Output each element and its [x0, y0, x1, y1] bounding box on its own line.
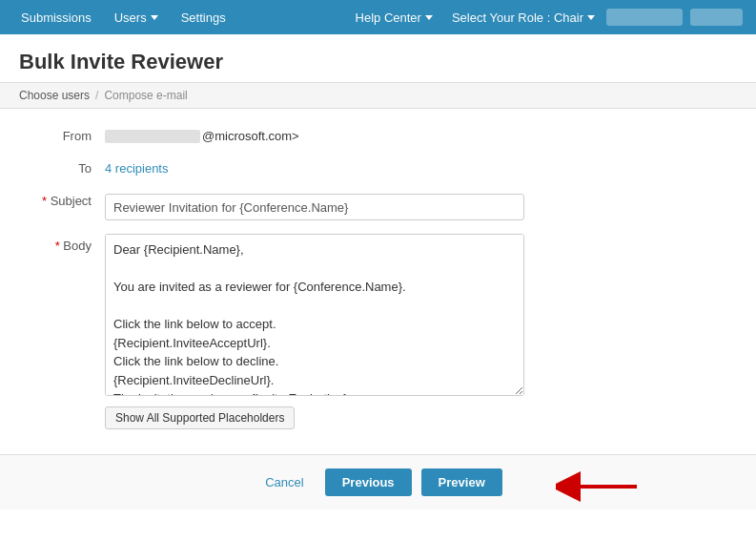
page-header: Bulk Invite Reviewer: [0, 34, 756, 82]
navbar: Submissions Users Settings Help Center S…: [0, 0, 756, 34]
body-textarea[interactable]: Dear {Recipient.Name}, You are invited a…: [105, 234, 524, 396]
from-email-suffix: @microsoft.com>: [202, 129, 299, 143]
show-placeholders-button[interactable]: Show All Supported Placeholders: [105, 406, 295, 429]
role-label-text: Select Your Role :: [452, 10, 550, 25]
preview-button[interactable]: Preview: [421, 468, 502, 496]
from-label: From: [19, 124, 105, 143]
body-area-wrapper: Dear {Recipient.Name}, You are invited a…: [105, 234, 524, 429]
subject-value: [105, 189, 737, 220]
to-label: To: [19, 156, 105, 176]
breadcrumb-step2: Compose e-mail: [104, 89, 187, 102]
breadcrumb-separator: /: [95, 89, 98, 102]
breadcrumb: Choose users / Compose e-mail: [0, 82, 756, 109]
nav-help-label: Help Center: [356, 10, 421, 25]
arrow-annotation: [556, 463, 642, 510]
nav-help-center[interactable]: Help Center: [344, 0, 444, 34]
footer-bar: Cancel Previous Preview: [0, 454, 756, 510]
recipients-link[interactable]: 4 recipients: [105, 161, 168, 176]
to-value: 4 recipients: [105, 156, 737, 176]
body-label: Body: [19, 234, 105, 253]
chevron-down-icon: [425, 15, 433, 20]
cancel-button[interactable]: Cancel: [254, 469, 315, 495]
subject-row: Subject: [19, 189, 737, 220]
nav-submissions[interactable]: Submissions: [10, 0, 103, 34]
to-row: To 4 recipients: [19, 156, 737, 176]
role-value-text: Chair: [554, 10, 583, 25]
nav-role-label: Select Your Role : Chair: [444, 10, 603, 25]
subject-label: Subject: [19, 189, 105, 208]
from-value: @microsoft.com>: [105, 124, 737, 143]
user-avatar-blurred: [606, 9, 683, 26]
page-title: Bulk Invite Reviewer: [19, 50, 737, 74]
red-arrow-icon: [556, 463, 642, 510]
body-row: Body Dear {Recipient.Name}, You are invi…: [19, 234, 737, 429]
from-row: From @microsoft.com>: [19, 124, 737, 143]
user-name-blurred: [690, 9, 743, 26]
form-container: From @microsoft.com> To 4 recipients Sub…: [0, 109, 756, 454]
from-email-blurred: [105, 130, 200, 143]
chevron-down-icon: [587, 15, 595, 20]
nav-users[interactable]: Users: [103, 0, 170, 34]
nav-users-label: Users: [114, 10, 147, 25]
chevron-down-icon: [151, 15, 158, 20]
breadcrumb-step1: Choose users: [19, 89, 90, 102]
previous-button[interactable]: Previous: [325, 468, 412, 496]
nav-settings[interactable]: Settings: [170, 0, 237, 34]
subject-input[interactable]: [105, 194, 524, 220]
